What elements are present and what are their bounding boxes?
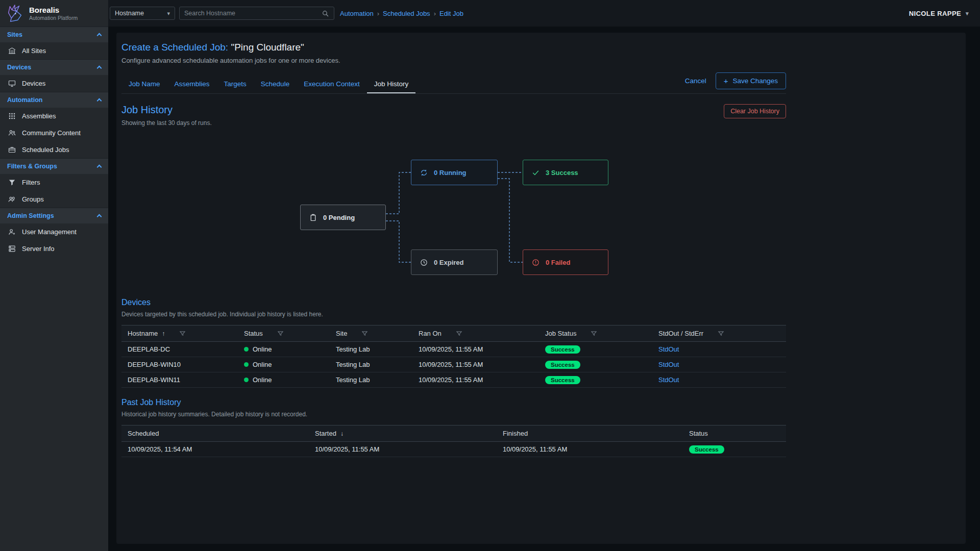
clear-job-history-button[interactable]: Clear Job History [724, 104, 786, 118]
status-badge: Success [545, 345, 580, 354]
tab-job-history[interactable]: Job History [367, 76, 416, 93]
cancel-button[interactable]: Cancel [685, 77, 706, 85]
grid-icon [8, 112, 16, 120]
devices-subheading: Devices targeted by this scheduled job. … [121, 311, 786, 318]
column-label: Scheduled [128, 430, 159, 437]
topbar: Borealis Automation Platform Hostname ▾ … [0, 0, 980, 27]
job-status-flow: 0 Pending 0 Running 3 Success [121, 142, 786, 295]
sidebar-item-label: Assemblies [22, 112, 56, 120]
sidebar-item-all-sites[interactable]: All Sites [0, 42, 108, 59]
filter-icon[interactable] [456, 330, 462, 337]
main-area: Create a Scheduled Job: "Ping Cloudflare… [108, 27, 980, 551]
filter-icon[interactable] [179, 330, 186, 337]
building-icon [8, 46, 16, 55]
devices-section: Devices Devices targeted by this schedul… [121, 298, 786, 388]
ran-on-cell: 10/09/2025, 11:55 AM [412, 345, 539, 353]
hostname-select-value: Hostname [115, 10, 144, 17]
save-changes-button[interactable]: + Save Changes [716, 72, 786, 89]
flow-node-label: 0 Failed [546, 259, 570, 266]
breadcrumb-scheduled-jobs[interactable]: Scheduled Jobs [374, 10, 430, 17]
tab-execution-context[interactable]: Execution Context [297, 76, 367, 93]
col-hostname[interactable]: Hostname ↑ [121, 330, 238, 337]
tab-assemblies[interactable]: Assemblies [167, 76, 217, 93]
filter-icon[interactable] [361, 330, 368, 337]
clipboard-icon [309, 213, 317, 222]
hostname-select[interactable]: Hostname ▾ [110, 7, 175, 20]
search-icon[interactable] [322, 10, 329, 17]
sort-descending-icon[interactable]: ↓ [340, 430, 344, 437]
sidebar: Sites All Sites Devices Devices Automati… [0, 27, 108, 551]
sidebar-item-assemblies[interactable]: Assemblies [0, 108, 108, 124]
filter-icon[interactable] [718, 330, 724, 337]
status-badge: Success [545, 376, 580, 384]
col-stdout-stderr[interactable]: StdOut / StdErr [652, 330, 786, 337]
sidebar-item-scheduled-jobs[interactable]: Scheduled Jobs [0, 141, 108, 158]
sort-ascending-icon[interactable]: ↑ [162, 330, 165, 337]
past-job-history-heading: Past Job History [121, 398, 786, 407]
sidebar-item-community-content[interactable]: Community Content [0, 124, 108, 141]
column-label: Started [315, 430, 336, 437]
plus-icon: + [724, 77, 728, 85]
sidebar-item-label: All Sites [22, 47, 46, 55]
status-badge: Success [545, 361, 580, 369]
col-scheduled[interactable]: Scheduled [121, 430, 309, 437]
search-input[interactable] [184, 10, 322, 17]
hostname-cell: DEEPLAB-WIN10 [121, 361, 238, 368]
stdout-link[interactable]: StdOut [658, 376, 679, 384]
tabs-row: Job Name Assemblies Targets Schedule Exe… [121, 72, 786, 94]
col-status[interactable]: Status [238, 330, 330, 337]
sidebar-item-filters[interactable]: Filters [0, 174, 108, 191]
col-started[interactable]: Started ↓ [309, 430, 497, 437]
sidebar-item-server-info[interactable]: Server Info [0, 240, 108, 257]
sidebar-section-automation[interactable]: Automation [0, 92, 108, 108]
sidebar-item-groups[interactable]: Groups [0, 191, 108, 208]
col-finished[interactable]: Finished [497, 430, 683, 437]
filter-icon[interactable] [591, 330, 597, 337]
stdout-link[interactable]: StdOut [658, 345, 679, 353]
tab-targets[interactable]: Targets [217, 76, 254, 93]
chevron-up-icon [97, 66, 102, 71]
sidebar-section-sites[interactable]: Sites [0, 27, 108, 42]
column-label: StdOut / StdErr [658, 330, 703, 337]
user-menu[interactable]: NICOLE RAPPE ▾ [909, 10, 969, 17]
stdout-link[interactable]: StdOut [658, 361, 679, 368]
col-site[interactable]: Site [330, 330, 412, 337]
site-cell: Testing Lab [330, 345, 412, 353]
sidebar-section-filters-groups[interactable]: Filters & Groups [0, 158, 108, 174]
sidebar-item-devices[interactable]: Devices [0, 75, 108, 92]
sidebar-section-devices[interactable]: Devices [0, 59, 108, 75]
filter-icon[interactable] [277, 330, 284, 337]
status-cell: Online [238, 376, 330, 384]
hostname-cell: DEEPLAB-DC [121, 345, 238, 353]
section-label: Sites [7, 31, 22, 38]
sidebar-item-user-management[interactable]: User Management [0, 223, 108, 240]
col-status[interactable]: Status [683, 430, 786, 437]
chevron-up-icon [97, 33, 102, 38]
section-label: Filters & Groups [7, 163, 57, 170]
sidebar-section-admin-settings[interactable]: Admin Settings [0, 208, 108, 223]
ran-on-cell: 10/09/2025, 11:55 AM [412, 361, 539, 368]
breadcrumb-automation[interactable]: Automation [340, 10, 374, 17]
finished-cell: 10/09/2025, 11:55 AM [497, 445, 683, 453]
tab-job-name[interactable]: Job Name [121, 76, 167, 93]
flow-node-label: 0 Pending [323, 214, 355, 221]
flow-node-label: 0 Running [434, 169, 467, 177]
section-label: Devices [7, 64, 31, 71]
tab-schedule[interactable]: Schedule [254, 76, 297, 93]
brand-title: Borealis [29, 6, 78, 14]
job-history-header: Job History Showing the last 30 days of … [121, 104, 786, 127]
job-status-cell: Success [539, 361, 652, 369]
stdout-cell: StdOut [652, 361, 786, 368]
devices-table-header: Hostname ↑ Status Site [121, 325, 786, 342]
col-job-status[interactable]: Job Status [539, 330, 652, 337]
section-label: Admin Settings [7, 212, 54, 219]
tab-actions: Cancel + Save Changes [685, 72, 786, 93]
borealis-logo-icon [5, 4, 24, 23]
table-row: 10/09/2025, 11:54 AM 10/09/2025, 11:55 A… [121, 442, 786, 457]
job-status-cell: Success [539, 345, 652, 354]
breadcrumb-edit-job[interactable]: Edit Job [430, 10, 463, 17]
col-ran-on[interactable]: Ran On [412, 330, 539, 337]
column-label: Job Status [545, 330, 576, 337]
past-job-history-section: Past Job History Historical job history … [121, 398, 786, 457]
status-badge: Success [689, 445, 724, 454]
